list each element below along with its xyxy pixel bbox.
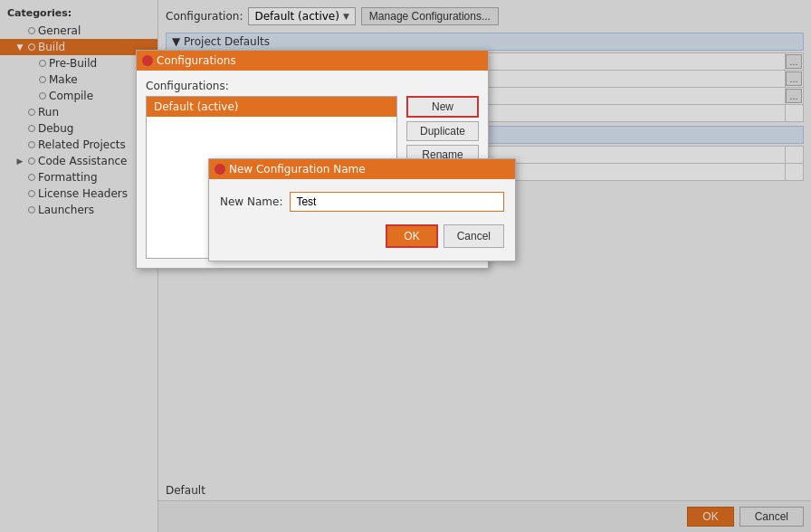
newname-buttons: OK Cancel: [220, 224, 504, 248]
configs-titlebar: Configurations: [137, 51, 488, 71]
duplicate-button[interactable]: Duplicate: [406, 121, 479, 141]
newname-input[interactable]: [290, 192, 504, 212]
newname-label: New Name:: [220, 195, 282, 208]
newname-cancel-button[interactable]: Cancel: [444, 224, 504, 248]
configs-title: Configurations: [157, 54, 482, 67]
newname-ok-button[interactable]: OK: [386, 224, 437, 248]
configs-close-icon[interactable]: [142, 55, 153, 66]
newname-title: New Configuration Name: [229, 163, 366, 176]
configs-list-item-default[interactable]: Default (active): [147, 97, 396, 117]
newname-row: New Name:: [220, 192, 504, 212]
newname-body: New Name: OK Cancel: [209, 179, 515, 261]
configs-list-label: Configurations:: [146, 80, 397, 92]
new-button[interactable]: New: [406, 96, 479, 118]
newname-close-icon[interactable]: [215, 164, 225, 175]
new-config-name-dialog: New Configuration Name New Name: OK Canc…: [208, 158, 516, 261]
newname-titlebar: New Configuration Name: [209, 159, 515, 179]
